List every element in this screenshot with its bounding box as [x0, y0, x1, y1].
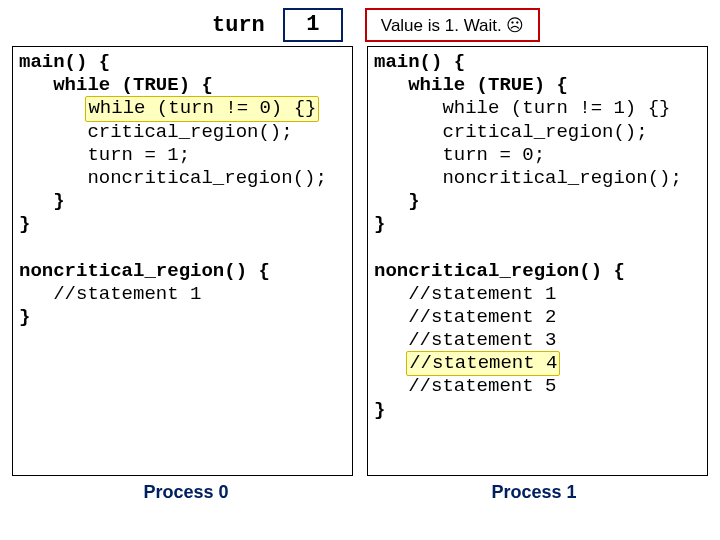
noncrit-call-0: noncritical_region();	[19, 167, 327, 189]
while-turn-1: while (turn != 1) {}	[374, 97, 670, 119]
main-sig-1: main() {	[374, 51, 465, 73]
stmt2-1: //statement 2	[374, 306, 556, 328]
stmt3-1: //statement 3	[374, 329, 556, 351]
main-sig-0: main() {	[19, 51, 110, 73]
turn-label: turn	[212, 13, 265, 38]
process-1-label: Process 1	[360, 482, 708, 503]
header-row: turn 1 Value is 1. Wait. ☹	[12, 8, 708, 42]
stmt5-1: //statement 5	[374, 375, 556, 397]
process-0-label: Process 0	[12, 482, 360, 503]
process-0-code: main() { while (TRUE) { while (turn != 0…	[12, 46, 353, 476]
crit-1: critical_region();	[374, 121, 648, 143]
stmt1-1: //statement 1	[374, 283, 556, 305]
close-inner-1: }	[374, 190, 420, 212]
turn-value-box: 1	[283, 8, 343, 42]
while-true-0: while (TRUE) {	[19, 74, 213, 96]
stmt1-0: //statement 1	[19, 283, 201, 305]
value-status-box: Value is 1. Wait. ☹	[365, 8, 541, 42]
close-outer-1: }	[374, 213, 385, 235]
while-true-1: while (TRUE) {	[374, 74, 568, 96]
process-1-code: main() { while (TRUE) { while (turn != 1…	[367, 46, 708, 476]
ncr-sig-1: noncritical_region() {	[374, 260, 625, 282]
assign-0: turn = 1;	[19, 144, 190, 166]
noncrit-call-1: noncritical_region();	[374, 167, 682, 189]
ncr-close-1: }	[374, 399, 385, 421]
assign-1: turn = 0;	[374, 144, 545, 166]
ncr-sig-0: noncritical_region() {	[19, 260, 270, 282]
highlight-turn-check-0: while (turn != 0) {}	[85, 96, 319, 121]
close-inner-0: }	[19, 190, 65, 212]
crit-0: critical_region();	[19, 121, 293, 143]
highlight-stmt4-1: //statement 4	[406, 351, 560, 376]
footer-row: Process 0 Process 1	[12, 482, 708, 503]
close-outer-0: }	[19, 213, 30, 235]
ncr-close-0: }	[19, 306, 30, 328]
code-columns: main() { while (TRUE) { while (turn != 0…	[12, 46, 708, 476]
